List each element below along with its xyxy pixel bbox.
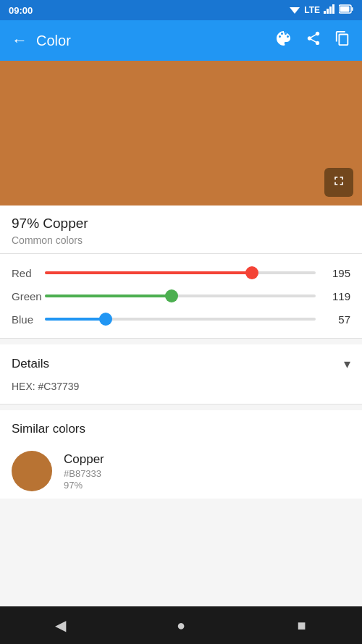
svg-rect-6 <box>340 7 350 12</box>
similar-colors-title: Similar colors <box>0 410 362 444</box>
red-slider-thumb[interactable] <box>245 266 258 279</box>
green-value: 119 <box>323 290 350 302</box>
status-bar-right: LTE <box>289 4 353 16</box>
color-preview <box>0 61 362 206</box>
fullscreen-button[interactable] <box>324 168 353 197</box>
lte-label: LTE <box>304 5 320 15</box>
green-slider-container[interactable] <box>45 289 316 303</box>
palette-icon[interactable] <box>275 30 292 51</box>
wifi-icon <box>289 4 300 16</box>
nav-recent-button[interactable]: ■ <box>284 607 320 643</box>
status-time: 09:00 <box>9 5 33 16</box>
similar-color-info: Copper #B87333 97% <box>64 452 104 491</box>
app-bar: ← Color <box>0 20 362 61</box>
color-name-section: 97% Copper Common colors <box>0 206 362 253</box>
blue-value: 57 <box>323 313 350 326</box>
similar-color-percent: 97% <box>64 480 104 491</box>
battery-icon <box>339 4 353 16</box>
share-icon[interactable] <box>306 30 321 51</box>
green-slider-thumb[interactable] <box>165 289 178 302</box>
red-slider-row: Red 195 <box>12 266 350 280</box>
similar-colors-section: Similar colors Copper #B87333 97% <box>0 410 362 499</box>
blue-slider-track <box>45 318 316 321</box>
nav-back-button[interactable]: ◀ <box>42 607 78 643</box>
sliders-section: Red 195 Green 119 Blue 57 <box>0 254 362 338</box>
red-slider-track <box>45 271 316 274</box>
list-item[interactable]: Copper #B87333 97% <box>0 444 362 499</box>
similar-color-swatch <box>12 451 52 491</box>
signal-bars-icon <box>324 4 335 16</box>
common-colors-label: Common colors <box>12 234 350 246</box>
blue-slider-thumb[interactable] <box>99 313 112 326</box>
svg-rect-7 <box>352 7 353 11</box>
red-slider-container[interactable] <box>45 266 316 280</box>
details-hex: HEX: #C37739 <box>0 381 362 404</box>
green-slider-fill <box>45 295 172 297</box>
green-slider-track <box>45 295 316 297</box>
svg-rect-3 <box>329 7 332 14</box>
details-header[interactable]: Details ▾ <box>0 344 362 381</box>
blue-slider-container[interactable] <box>45 312 316 326</box>
blue-slider-row: Blue 57 <box>12 312 350 326</box>
red-slider-fill <box>45 271 252 274</box>
back-button[interactable]: ← <box>12 31 28 50</box>
green-slider-row: Green 119 <box>12 289 350 303</box>
color-percent-name: 97% Copper <box>12 216 350 232</box>
green-label: Green <box>12 290 45 302</box>
app-bar-title: Color <box>36 33 275 49</box>
blue-label: Blue <box>12 313 45 326</box>
red-label: Red <box>12 267 45 279</box>
app-bar-actions <box>275 30 350 51</box>
red-value: 195 <box>323 267 350 279</box>
details-title: Details <box>12 357 49 371</box>
similar-color-hex: #B87333 <box>64 468 104 479</box>
fullscreen-icon <box>332 174 346 192</box>
divider-2 <box>0 338 362 339</box>
details-section: Details ▾ HEX: #C37739 <box>0 344 362 404</box>
svg-marker-0 <box>290 7 300 14</box>
svg-rect-2 <box>327 9 329 14</box>
similar-color-name: Copper <box>64 452 104 467</box>
chevron-down-icon: ▾ <box>344 356 350 372</box>
nav-home-button[interactable]: ● <box>163 607 199 643</box>
status-bar: 09:00 LTE <box>0 0 362 20</box>
svg-rect-1 <box>324 11 326 14</box>
blue-slider-fill <box>45 318 106 321</box>
nav-bar: ◀ ● ■ <box>0 606 362 644</box>
copy-icon[interactable] <box>334 30 350 51</box>
svg-rect-4 <box>332 4 334 14</box>
divider-3 <box>0 404 362 404</box>
